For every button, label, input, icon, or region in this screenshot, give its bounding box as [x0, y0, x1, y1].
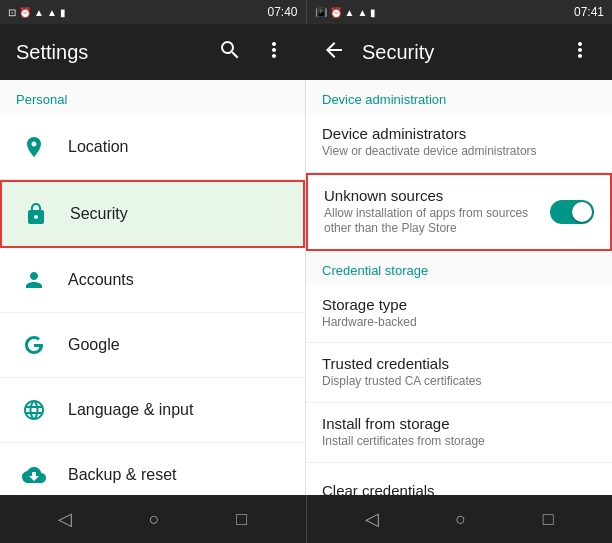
left-back-nav-icon[interactable]: ◁ [58, 508, 72, 530]
unknown-sources-subtitle: Allow installation of apps from sources … [324, 206, 550, 237]
person-icon [16, 262, 52, 298]
left-status-icons: ⊡ ⏰ ▲ ▲ ▮ [8, 7, 66, 18]
security-panel: Device administration Device administrat… [306, 80, 612, 495]
device-admins-text: Device administrators View or deactivate… [322, 125, 596, 160]
security-more-icon[interactable] [564, 34, 596, 71]
search-icon[interactable] [214, 34, 246, 71]
battery-icon: ▮ [60, 7, 66, 18]
battery2-icon: ▮ [370, 7, 376, 18]
right-status-icons: 📳 ⏰ ▲ ▲ ▮ [315, 7, 377, 18]
settings-item-backup[interactable]: Backup & reset [0, 443, 305, 495]
settings-item-location[interactable]: Location [0, 115, 305, 180]
right-back-nav-icon[interactable]: ◁ [365, 508, 379, 530]
back-icon[interactable] [322, 38, 346, 67]
unknown-sources-toggle[interactable] [550, 200, 594, 224]
alarm2-icon: ⏰ [330, 7, 342, 18]
globe-icon [16, 392, 52, 428]
right-home-nav-icon[interactable]: ○ [455, 509, 466, 530]
settings-list: Personal Location Security Accounts Goog… [0, 80, 306, 495]
device-admins-title: Device administrators [322, 125, 596, 142]
location-label: Location [68, 138, 129, 156]
right-nav-bar: ◁ ○ □ [306, 495, 613, 543]
toggle-knob [572, 202, 592, 222]
storage-type-title: Storage type [322, 296, 596, 313]
google-icon [16, 327, 52, 363]
right-app-bar: Security [306, 24, 612, 80]
install-from-storage-text: Install from storage Install certificate… [322, 415, 596, 450]
clear-credentials-text: Clear credentials [322, 482, 596, 495]
alarm-icon: ⏰ [19, 7, 31, 18]
security-title: Security [362, 41, 552, 64]
trusted-credentials-item[interactable]: Trusted credentials Display trusted CA c… [306, 343, 612, 403]
storage-type-subtitle: Hardware-backed [322, 315, 596, 331]
security-label: Security [70, 205, 128, 223]
install-from-storage-title: Install from storage [322, 415, 596, 432]
settings-item-google[interactable]: Google [0, 313, 305, 378]
personal-section-header: Personal [0, 80, 305, 115]
location-icon [16, 129, 52, 165]
right-status-bar: 📳 ⏰ ▲ ▲ ▮ 07:41 [306, 0, 613, 24]
device-admins-subtitle: View or deactivate device administrators [322, 144, 596, 160]
storage-type-text: Storage type Hardware-backed [322, 296, 596, 331]
backup-label: Backup & reset [68, 466, 177, 484]
install-from-storage-item[interactable]: Install from storage Install certificate… [306, 403, 612, 463]
unknown-sources-item[interactable]: Unknown sources Allow installation of ap… [306, 173, 612, 251]
settings-item-accounts[interactable]: Accounts [0, 248, 305, 313]
left-nav-bar: ◁ ○ □ [0, 495, 306, 543]
storage-type-item[interactable]: Storage type Hardware-backed [306, 284, 612, 344]
settings-title: Settings [16, 41, 202, 64]
trusted-credentials-text: Trusted credentials Display trusted CA c… [322, 355, 596, 390]
signal-icon: ▲ [47, 7, 57, 18]
left-home-nav-icon[interactable]: ○ [149, 509, 160, 530]
clear-credentials-title: Clear credentials [322, 482, 596, 495]
clear-credentials-item[interactable]: Clear credentials [306, 463, 612, 495]
right-recent-nav-icon[interactable]: □ [543, 509, 554, 530]
wifi-icon: ▲ [34, 7, 44, 18]
credential-storage-header: Credential storage [306, 251, 612, 284]
trusted-credentials-title: Trusted credentials [322, 355, 596, 372]
device-admins-item[interactable]: Device administrators View or deactivate… [306, 113, 612, 173]
install-from-storage-subtitle: Install certificates from storage [322, 434, 596, 450]
battery-charging-icon: ⊡ [8, 7, 16, 18]
unknown-sources-text: Unknown sources Allow installation of ap… [324, 187, 550, 237]
left-recent-nav-icon[interactable]: □ [236, 509, 247, 530]
unknown-sources-title: Unknown sources [324, 187, 550, 204]
wifi2-icon: ▲ [345, 7, 355, 18]
google-label: Google [68, 336, 120, 354]
settings-item-language[interactable]: Language & input [0, 378, 305, 443]
left-time: 07:40 [267, 5, 297, 19]
lock-icon [18, 196, 54, 232]
trusted-credentials-subtitle: Display trusted CA certificates [322, 374, 596, 390]
left-status-bar: ⊡ ⏰ ▲ ▲ ▮ 07:40 [0, 0, 306, 24]
right-time: 07:41 [574, 5, 604, 19]
settings-more-icon[interactable] [258, 34, 290, 71]
cloud-icon [16, 457, 52, 493]
language-label: Language & input [68, 401, 193, 419]
vibrate-icon: 📳 [315, 7, 327, 18]
device-admin-header: Device administration [306, 80, 612, 113]
left-app-bar: Settings [0, 24, 306, 80]
settings-item-security[interactable]: Security [0, 180, 305, 248]
accounts-label: Accounts [68, 271, 134, 289]
signal2-icon: ▲ [357, 7, 367, 18]
